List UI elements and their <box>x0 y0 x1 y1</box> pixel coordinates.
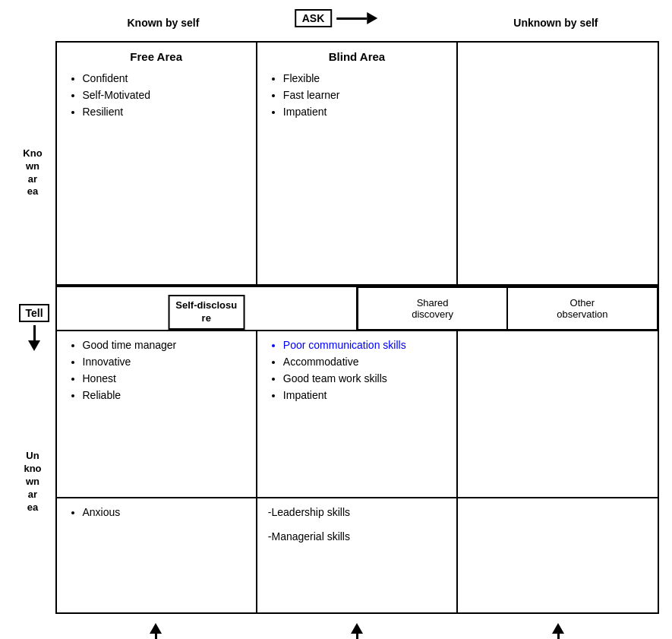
blind-area-list: Flexible Fast learner Impatient <box>268 72 446 118</box>
mid-left: Self-disclosure <box>57 287 358 330</box>
left-labels: Knownarea Tell Unknownarea <box>14 41 55 614</box>
ask-label: ASK <box>295 9 333 27</box>
new-free-area-label-group: New free area <box>257 623 458 639</box>
middle-right-empty-cell <box>456 331 657 497</box>
new-free-area-arrow-up <box>351 623 363 639</box>
top-labels-row: Known by self ASK Unknown by self <box>14 8 659 38</box>
other-observation-label: Otherobservation <box>557 297 607 320</box>
self-disclosure-box: Self-disclosure <box>168 295 245 330</box>
label-known-area: Knownarea <box>14 41 55 305</box>
grid-wrapper: Knownarea Tell Unknownarea Free Area <box>14 41 659 614</box>
ask-arrow-right <box>336 12 377 24</box>
unknown-area-label-group: Unknownarea <box>458 623 659 639</box>
shared-discovery-box: Shareddiscovery <box>358 287 507 330</box>
list-item: Confident <box>83 72 245 84</box>
hidden-area-label-group: Hidden Area <box>55 623 257 639</box>
list-item: Anxious <box>83 506 245 518</box>
hidden-area-arrow-up <box>150 623 162 639</box>
bottom-labels-row: Hidden Area New free area Unknownarea <box>14 623 659 639</box>
ask-arrow-group: ASK <box>295 9 378 27</box>
label-unknown-area: Unknownarea <box>14 350 55 614</box>
johari-window: Known by self ASK Unknown by self Knowna… <box>14 8 659 639</box>
list-item: Accommodative <box>283 356 446 368</box>
grid-row-top: Free Area Confident Self-Motivated Resil… <box>57 43 658 286</box>
list-item: Impatient <box>283 106 446 118</box>
unknown-area-arrow-up <box>552 623 564 639</box>
free-area-list: Confident Self-Motivated Resilient <box>68 72 245 118</box>
bottom-mid-text2: -Managerial skills <box>268 530 446 543</box>
grid-row-bottom: Anxious -Leadership skills -Managerial s… <box>57 498 658 612</box>
list-item: Fast learner <box>283 89 446 101</box>
list-item: Good time manager <box>83 339 245 351</box>
list-item: Honest <box>83 372 245 384</box>
bottom-mid-text1: -Leadership skills <box>268 506 446 518</box>
bottom-right-cell <box>456 498 657 612</box>
self-disclosure-label: Self-disclosure <box>175 299 237 324</box>
free-area-title: Free Area <box>68 50 245 63</box>
free-area-cell: Free Area Confident Self-Motivated Resil… <box>57 43 256 284</box>
arrow-up-head-3 <box>552 623 564 634</box>
hidden-area-list: Good time manager Innovative Honest Reli… <box>68 339 245 401</box>
unknown-right-list: Poor communication skills Accommodative … <box>268 339 446 401</box>
list-item: Good team work skills <box>283 372 446 384</box>
mid-right: Shareddiscovery Otherobservation <box>358 287 658 330</box>
list-item: Innovative <box>83 356 245 368</box>
label-known-by-self: Known by self <box>128 17 200 29</box>
list-item: Resilient <box>83 106 245 118</box>
other-observation-box: Otherobservation <box>507 287 657 330</box>
tell-label: Tell <box>19 304 49 322</box>
bottom-left-list: Anxious <box>68 506 245 518</box>
grid-middle-bar: Self-disclosure Shareddiscovery Otherobs… <box>57 286 658 331</box>
list-item: Reliable <box>83 389 245 401</box>
grid-row-middle-bottom: Good time manager Innovative Honest Reli… <box>57 331 658 498</box>
hidden-area-cell: Good time manager Innovative Honest Reli… <box>57 331 256 497</box>
blind-area-cell: Blind Area Flexible Fast learner Impatie… <box>256 43 456 284</box>
arrow-up-head <box>150 623 162 634</box>
bottom-left-cell: Anxious <box>57 498 256 612</box>
arrow-up-head-2 <box>351 623 363 634</box>
shared-discovery-label: Shareddiscovery <box>412 297 453 320</box>
label-unknown-by-self: Unknown by self <box>513 17 598 29</box>
johari-grid: Free Area Confident Self-Motivated Resil… <box>55 41 659 614</box>
bottom-mid-cell: -Leadership skills -Managerial skills <box>256 498 456 612</box>
unknown-right-cell: Poor communication skills Accommodative … <box>256 331 456 497</box>
tell-box: Tell <box>14 305 55 350</box>
list-item: Flexible <box>283 72 446 84</box>
top-right-empty-cell <box>456 43 657 284</box>
blind-area-title: Blind Area <box>268 50 446 63</box>
arrow-down-head <box>28 340 40 351</box>
list-item: Impatient <box>283 389 446 401</box>
list-item: Self-Motivated <box>83 89 245 101</box>
list-item-highlight: Poor communication skills <box>283 339 446 351</box>
tell-arrow-down <box>28 325 40 351</box>
